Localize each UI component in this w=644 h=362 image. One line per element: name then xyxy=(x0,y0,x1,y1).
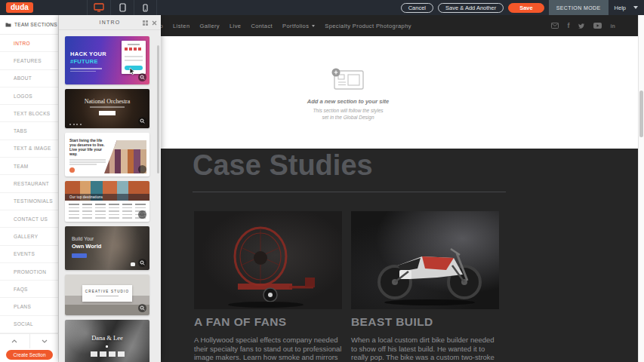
sidebar-item-plans[interactable]: PLANS xyxy=(0,298,58,315)
chevron-down-icon xyxy=(312,25,315,27)
close-icon[interactable] xyxy=(152,20,157,26)
folder-icon xyxy=(5,22,11,27)
mobile-icon xyxy=(143,4,148,12)
zoom-icon[interactable] xyxy=(138,259,146,267)
tablet-device-button[interactable] xyxy=(110,0,134,15)
sidebar-item-promotion[interactable]: PROMOTION xyxy=(0,263,58,281)
sidebar-item-restaurant[interactable]: RESTAURANT xyxy=(0,175,58,192)
thumb-subtitle: Own World xyxy=(72,243,101,250)
email-icon[interactable] xyxy=(551,23,559,29)
case-study-cards: A FAN OF FANS A Hollywood special effect… xyxy=(194,211,499,362)
sidebar-item-team[interactable]: TEAM xyxy=(0,158,58,175)
nav-link-bio[interactable]: Bio xyxy=(161,23,163,29)
site-social-icons: f in xyxy=(551,15,615,36)
thumb-subtitle: #FUTURE xyxy=(70,58,98,65)
grid-view-icon[interactable] xyxy=(143,20,148,26)
panel-thumbnail-list: HACK YOUR #FUTURE National Orchestra xyxy=(59,30,161,362)
text-placeholder-bar xyxy=(69,161,106,163)
nav-link-specialty[interactable]: Specialty Product Photography xyxy=(325,23,411,29)
device-switcher xyxy=(87,0,157,15)
chevron-down-icon[interactable] xyxy=(633,6,638,9)
nav-link-gallery[interactable]: Gallery xyxy=(199,23,220,29)
zoom-icon[interactable] xyxy=(138,73,146,81)
facebook-icon[interactable]: f xyxy=(567,22,569,29)
sidebar-item-gallery[interactable]: GALLERY xyxy=(0,228,58,245)
case-studies-section: Case Studies xyxy=(161,149,638,362)
section-thumbnail-hack-your-future[interactable]: HACK YOUR #FUTURE xyxy=(65,36,149,84)
scroll-up-button[interactable] xyxy=(0,334,30,348)
cursor-pointer-icon xyxy=(128,67,136,75)
zoom-icon[interactable] xyxy=(138,117,146,125)
thumb-title: Build Your xyxy=(72,236,94,241)
mobile-device-button[interactable] xyxy=(134,0,157,15)
duda-logo[interactable]: duda xyxy=(6,2,33,13)
decorative-dot xyxy=(106,345,108,348)
sections-sidebar: TEAM SECTIONS INTRO FEATURES ABOUT LOGOS… xyxy=(0,15,59,362)
nav-link-portfolios[interactable]: Portfolios xyxy=(282,23,309,29)
sidebar-item-logos[interactable]: LOGOS xyxy=(0,87,58,105)
linkedin-icon[interactable]: in xyxy=(610,23,615,29)
sidebar-item-about[interactable]: ABOUT xyxy=(0,70,58,87)
input-placeholder-bar xyxy=(125,60,143,61)
save-button[interactable]: Save xyxy=(508,3,544,13)
nav-link-listen[interactable]: Listen xyxy=(173,23,190,29)
scroll-down-button[interactable] xyxy=(30,334,60,348)
thumb-title: Our top destinations xyxy=(69,195,103,199)
panel-scrollbar-thumb[interactable] xyxy=(157,45,159,173)
sidebar-item-tabs[interactable]: TABS xyxy=(0,122,58,140)
section-thumbnail-build-your-own-world[interactable]: Build Your Own World xyxy=(65,226,149,270)
sidebar-header: TEAM SECTIONS xyxy=(0,15,58,35)
sidebar-item-testimonials[interactable]: TESTIMONIALS xyxy=(0,193,58,210)
zoom-icon[interactable] xyxy=(138,210,146,219)
save-add-another-button[interactable]: Save & Add Another xyxy=(438,3,504,13)
case-study-card-fan: A FAN OF FANS A Hollywood special effect… xyxy=(194,211,342,362)
section-thumbnail-top-destinations[interactable]: Our top destinations xyxy=(65,181,149,222)
sidebar-scroll-controls xyxy=(0,333,59,348)
cancel-button[interactable]: Cancel xyxy=(401,3,433,13)
sidebar-item-text-image[interactable]: TEXT & IMAGE xyxy=(0,140,58,158)
mini-table xyxy=(69,204,146,219)
help-menu[interactable]: Help xyxy=(615,5,626,11)
thumb-title: National Orchestra xyxy=(65,98,149,105)
site-navbar: Bio Listen Gallery Live Contact Portfoli… xyxy=(161,15,638,36)
section-thumbnail-life-your-way[interactable]: Start living the life you deserve to liv… xyxy=(65,133,149,176)
twitter-icon[interactable] xyxy=(578,23,585,29)
placeholder-title: Add a new section to your site xyxy=(273,98,424,105)
fan-machine-image xyxy=(194,211,342,309)
youtube-icon[interactable] xyxy=(593,23,602,29)
nav-link-contact[interactable]: Contact xyxy=(251,23,273,29)
text-placeholder-bar xyxy=(96,296,119,296)
sidebar-item-events[interactable]: EVENTS xyxy=(0,246,58,263)
thumb-title: HACK YOUR xyxy=(70,51,106,57)
create-section-button[interactable]: Create Section xyxy=(6,350,53,360)
thumb-title-strip: Our top destinations xyxy=(65,194,149,201)
intro-sections-panel: INTRO HACK YOUR #FUTURE xyxy=(59,15,161,362)
sidebar-item-faqs[interactable]: FAQS xyxy=(0,281,58,298)
page-scrollbar[interactable] xyxy=(638,15,644,362)
case-study-title: BEAST BUILD xyxy=(351,315,499,329)
desktop-device-button[interactable] xyxy=(87,0,110,15)
text-placeholder-bar xyxy=(70,68,102,69)
thumb-title: Start living the life you deserve to liv… xyxy=(69,138,109,156)
section-thumbnail-dana-and-lee[interactable]: Dana & Lee xyxy=(65,320,149,362)
sidebar-header-label: TEAM SECTIONS xyxy=(14,22,57,27)
add-section-placeholder[interactable]: Add a new section to your site This sect… xyxy=(273,68,424,121)
sidebar-item-text-blocks[interactable]: TEXT BLOCKS xyxy=(0,105,58,122)
sidebar-item-features[interactable]: FEATURES xyxy=(0,52,58,69)
sidebar-item-intro[interactable]: INTRO xyxy=(0,35,58,52)
scrollbar-thumb[interactable] xyxy=(639,90,643,137)
countdown-squares xyxy=(125,48,141,51)
zoom-icon[interactable] xyxy=(138,304,146,312)
sidebar-item-social[interactable]: SOCIAL xyxy=(0,316,58,333)
text-placeholder-bar xyxy=(70,71,96,72)
thumb-title: CREATIVE STUDIO xyxy=(82,290,132,293)
section-thumbnail-national-orchestra[interactable]: National Orchestra xyxy=(65,89,149,128)
sidebar-item-contact-us[interactable]: CONTACT US xyxy=(0,210,58,228)
mini-card: CREATIVE STUDIO xyxy=(82,285,132,302)
chevron-up-icon xyxy=(11,339,17,343)
section-thumbnail-creative-studio[interactable]: CREATIVE STUDIO xyxy=(65,275,149,315)
add-section-icon xyxy=(331,68,365,90)
nav-link-live[interactable]: Live xyxy=(230,23,241,29)
thumb-title: Dana & Lee xyxy=(65,334,149,342)
zoom-icon[interactable] xyxy=(138,165,146,173)
